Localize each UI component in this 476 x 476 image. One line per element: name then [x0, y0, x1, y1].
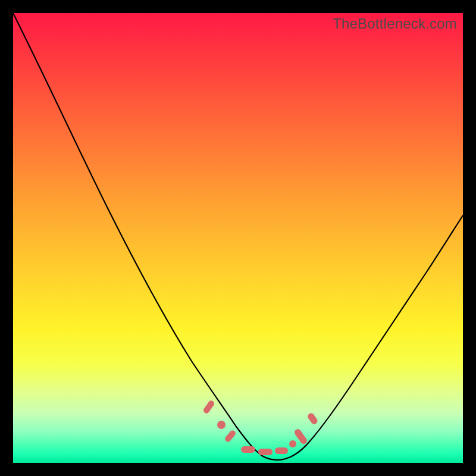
bottleneck-curve: [13, 13, 463, 463]
curve-path: [13, 13, 463, 460]
curve-markers: [202, 399, 319, 455]
svg-rect-0: [202, 399, 215, 414]
svg-rect-8: [306, 412, 318, 425]
chart-frame: TheBottleneck.com: [0, 0, 476, 476]
svg-point-6: [289, 440, 296, 447]
svg-rect-2: [224, 429, 237, 443]
svg-rect-3: [241, 446, 255, 453]
svg-rect-5: [275, 447, 288, 454]
plot-area: TheBottleneck.com: [13, 13, 463, 463]
svg-rect-4: [258, 449, 273, 455]
svg-point-1: [217, 421, 226, 429]
